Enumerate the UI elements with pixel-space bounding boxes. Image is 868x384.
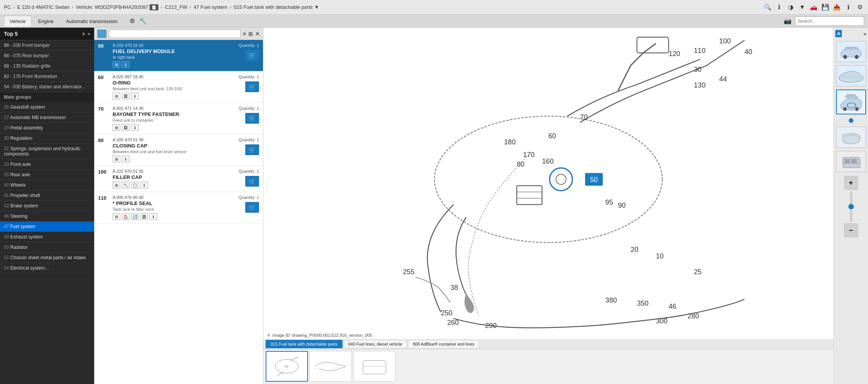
part-image-icon-110[interactable]: 🖼	[140, 213, 148, 220]
zoom-slider-track[interactable]	[850, 191, 852, 222]
sidebar-item-top5-5[interactable]: 54 - 030 Battery, starter and alternator…	[0, 82, 94, 92]
chevron-icon[interactable]: ∨	[267, 333, 270, 338]
sidebar-item-27[interactable]: 27 Automatic MB transmission	[0, 113, 94, 123]
diagram-tab-800[interactable]: 800 AdBlue® container and lines	[408, 340, 479, 348]
sidebar-item-26[interactable]: 26 Gearshift system	[0, 102, 94, 113]
right-thumb-3-active[interactable]	[836, 89, 866, 114]
sidebar-item-top5-2[interactable]: 88 - 075 Rear bumper	[0, 51, 94, 61]
settings-icon[interactable]: ⚙	[856, 3, 864, 12]
cart-btn-100[interactable]: 🛒	[245, 176, 259, 187]
part-info-icon-80[interactable]: ℹ	[122, 156, 130, 162]
parts-search-input[interactable]	[109, 30, 241, 38]
tab-engine[interactable]: Engine	[32, 16, 59, 26]
tab-icon-1[interactable]: ⚙	[128, 17, 136, 25]
thumbnail-3[interactable]	[353, 351, 396, 382]
thumbnail-1[interactable]: 50	[266, 351, 308, 382]
sidebar-item-47[interactable]: 47 Fuel system	[0, 222, 94, 232]
part-row-50[interactable]: 50 A 205 470 16 94 FUEL DELIVERY MODULE …	[94, 40, 263, 71]
diagram-tab-040[interactable]: 040 Fuel lines, diesel vehicle	[343, 340, 407, 348]
cart-btn-70[interactable]: 🛒	[245, 113, 259, 124]
part-table-icon-70[interactable]: ⊞	[113, 124, 120, 131]
camera-icon[interactable]: 📷	[783, 17, 792, 25]
info-icon[interactable]: ℹ	[775, 3, 783, 12]
diagram-tab-015[interactable]: 015 Fuel tank with detachable parts	[266, 340, 343, 348]
parts-list-icon[interactable]: ≡	[243, 31, 246, 37]
parts-grid-icon[interactable]: ⊞	[248, 31, 253, 37]
part-info-icon-110[interactable]: ℹ	[150, 213, 157, 220]
part-table-icon-110[interactable]: ⊞	[113, 213, 120, 220]
parts-close-icon[interactable]: ✕	[255, 31, 260, 37]
car-icon[interactable]: 🚗	[810, 3, 818, 12]
sidebar-item-35[interactable]: 35 Rear axle	[0, 170, 94, 180]
zoom-in-button[interactable]: +	[844, 176, 858, 190]
save-icon[interactable]: 💾	[821, 3, 830, 12]
part-row-70[interactable]: 70 A 001 471 14 30 BAYONET TYPE FASTENER…	[94, 103, 263, 134]
panel-expand-icon[interactable]: »	[863, 31, 866, 37]
right-thumb-1[interactable]	[836, 41, 866, 62]
sidebar-collapse-icon[interactable]: ∧	[82, 31, 85, 36]
breadcrumb-active-item[interactable]: 015 Fuel tank with detachable parts ▼	[234, 4, 319, 10]
breadcrumb-fuel-system[interactable]: 47 Fuel system	[194, 4, 228, 10]
tab-icon-2[interactable]: 🔧	[139, 17, 147, 25]
search-input[interactable]	[795, 17, 864, 26]
sidebar-item-30[interactable]: 30 Regulation	[0, 133, 94, 144]
right-thumb-4[interactable]	[836, 127, 866, 148]
contrast-icon[interactable]: ◑	[787, 3, 795, 12]
breadcrumb-vin[interactable]: Vehicle: WDDZF0FB4HA292097 📋	[76, 4, 158, 10]
part-image-icon-70[interactable]: 🖼	[122, 124, 130, 131]
sidebar-item-top5-1[interactable]: 88 - 030 Front bumper	[0, 40, 94, 51]
cart-btn-80[interactable]: 🛒	[245, 144, 259, 155]
info2-icon[interactable]: ℹ	[844, 3, 853, 12]
sidebar-item-50[interactable]: 50 Radiator	[0, 242, 94, 253]
sidebar-item-40[interactable]: 40 Wheels	[0, 180, 94, 190]
right-thumb-2[interactable]	[836, 65, 866, 86]
part-wrench-icon-100[interactable]: 🔧	[122, 182, 130, 189]
part-row-110[interactable]: 110 A 000 476 00 00 * PROFILE SEAL Tank …	[94, 192, 263, 223]
part-num-50: 50	[98, 43, 109, 49]
zoom-slider-thumb[interactable]	[848, 204, 854, 209]
part-cycle-icon-110[interactable]: 🔄	[131, 213, 139, 220]
sidebar-item-49[interactable]: 49 Exhaust system	[0, 232, 94, 242]
sidebar-item-top5-4[interactable]: 82 - 175 Front illumination	[0, 71, 94, 82]
breadcrumb-pc[interactable]: PC	[4, 4, 11, 10]
export-icon[interactable]: 📤	[833, 3, 841, 12]
sidebar-item-42[interactable]: 42 Brake system	[0, 201, 94, 211]
part-row-100[interactable]: 100 A 222 470 01 05 FILLER CAP ⊞ 🔧 📋 ℹ Q…	[94, 166, 263, 192]
right-thumb-5[interactable]	[836, 151, 866, 172]
part-table-icon-50[interactable]: ⊞	[113, 61, 120, 68]
part-table-icon-100[interactable]: ⊞	[113, 182, 120, 189]
sidebar-item-54[interactable]: 54 Electrical system...	[0, 263, 94, 273]
cart-btn-110[interactable]: 🛒	[245, 202, 259, 213]
sidebar-item-29[interactable]: 29 Pedal assembly	[0, 123, 94, 133]
breadcrumb-vehicle[interactable]: E 220 d 4MATIC Sedan	[17, 4, 69, 10]
part-info-icon-50[interactable]: ℹ	[122, 61, 130, 68]
part-info-icon-100[interactable]: ℹ	[140, 182, 148, 189]
sidebar-item-top5-3[interactable]: 88 - 135 Radiator grille	[0, 61, 94, 71]
zoom-out-button[interactable]: −	[844, 223, 858, 237]
tab-vehicle[interactable]: Vehicle	[4, 16, 32, 26]
sidebar-item-41[interactable]: 41 Propeller shaft	[0, 190, 94, 201]
part-row-60[interactable]: 60 A 025 997 18 45 O-RING Between feed u…	[94, 71, 263, 103]
part-image-icon-60[interactable]: 🖼	[122, 93, 130, 99]
part-clip-icon-100[interactable]: 📋	[131, 182, 139, 189]
breadcrumb-c213[interactable]: C213_FW	[165, 4, 188, 10]
cart-btn-50[interactable]: 🛒	[245, 50, 259, 61]
sidebar-item-32[interactable]: 32 Springs, suspension and hydraulic com…	[0, 144, 94, 159]
diagram-main[interactable]: 100 110 120 40 30 44 130 70 60 80 180 17…	[263, 28, 833, 331]
part-row-80[interactable]: 80 A 205 470 01 38 CLOSING CAP Between f…	[94, 134, 263, 166]
sidebar-expand-icon[interactable]: «	[88, 31, 90, 36]
filter-icon[interactable]: ▼	[798, 3, 806, 12]
tab-automatic-transmission[interactable]: Automatic transmission	[60, 16, 123, 26]
thumbnail-2[interactable]	[309, 351, 352, 382]
part-table-icon-60[interactable]: ⊞	[113, 93, 120, 99]
sidebar-item-33[interactable]: 33 Front axle	[0, 159, 94, 170]
part-table-icon-80[interactable]: ⊞	[113, 156, 120, 162]
cart-btn-60[interactable]: 🛒	[245, 81, 259, 92]
zoom-icon[interactable]: 🔍	[763, 3, 772, 12]
part-info-icon-60[interactable]: ℹ	[131, 93, 139, 99]
part-info-icon-70[interactable]: ℹ	[131, 124, 139, 131]
sidebar-item-52[interactable]: 52 Chassis sheet metal parts / air intak…	[0, 253, 94, 263]
sidebar-item-46[interactable]: 46 Steering	[0, 211, 94, 222]
breadcrumb-dropdown-arrow[interactable]: ▼	[314, 4, 319, 10]
part-house-icon-110[interactable]: 🏠	[122, 213, 130, 220]
